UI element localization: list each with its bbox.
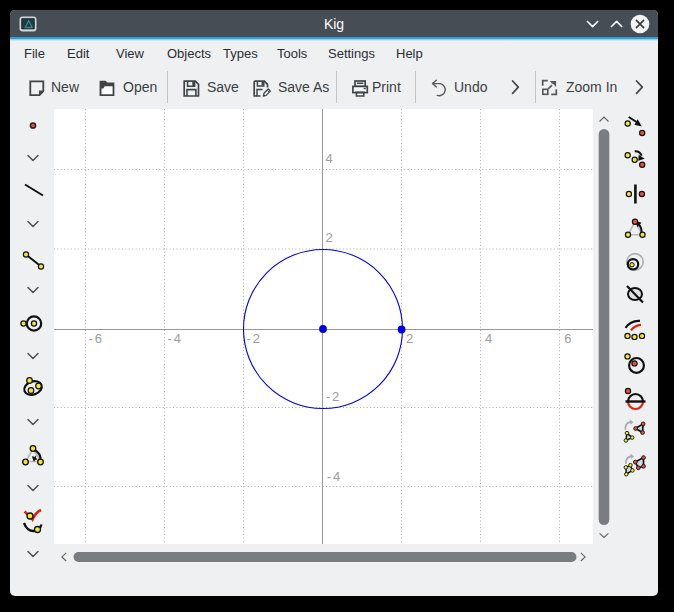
svg-text:-4: -4 — [168, 331, 181, 346]
svg-text:4: 4 — [485, 331, 492, 346]
svg-text:-6: -6 — [89, 331, 102, 346]
svg-text:4: 4 — [326, 151, 333, 166]
svg-text:-4: -4 — [327, 469, 340, 484]
svg-text:-2: -2 — [247, 331, 260, 346]
svg-text:2: 2 — [406, 331, 413, 346]
svg-text:2: 2 — [325, 230, 332, 245]
svg-text:6: 6 — [564, 331, 571, 346]
svg-text:-2: -2 — [326, 389, 339, 404]
